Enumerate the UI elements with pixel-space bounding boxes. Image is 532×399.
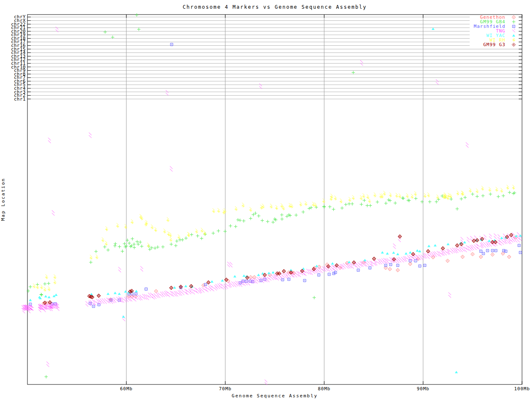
series-tng-markers (22, 27, 522, 385)
chart-canvas: Chromosome 4 Markers vs Genome Sequence … (0, 0, 532, 399)
legend-symbol-diamond-dot-bold-icon (510, 42, 518, 47)
series-marshfield-marker-fills (30, 44, 521, 307)
legend-item-gm99-g3: GM99 G3 (474, 42, 518, 47)
x-tick-label-90Mb: 90Mb (410, 387, 436, 392)
series-wi-rh-markers (32, 185, 515, 292)
series-gm99-gb4-markers (27, 13, 516, 379)
legend-symbol-triangle-icon (510, 33, 518, 38)
series-marshfield-markers (29, 43, 522, 308)
series-wi-yac-marker-fills (29, 27, 522, 373)
chromosome-label-chr1: chr1 (1, 97, 26, 101)
legend-symbol-plus-icon (510, 20, 518, 24)
x-tick-label-60Mb: 60Mb (113, 387, 140, 392)
x-tick-label-100Mb: 100Mb (509, 387, 532, 392)
legend-label: GM99 G3 (483, 42, 505, 47)
legend-symbol-asterisk-icon (510, 38, 518, 42)
x-tick-label-70Mb: 70Mb (212, 387, 239, 392)
legend-symbol-square-dot-icon (510, 24, 518, 29)
legend-symbol-diamond-dot-icon (510, 15, 518, 20)
series-genethon-markers (42, 236, 517, 305)
series-gm99-g3-markers (43, 234, 513, 305)
chart-title: Chromosome 4 Markers vs Genome Sequence … (27, 4, 522, 10)
legend-symbol-cross-icon (510, 29, 518, 33)
x-tick-label-80Mb: 80Mb (311, 387, 337, 392)
chart-legend: GenethonGM99 GB4MarshfieldTNGWI YACWI RH… (470, 15, 519, 47)
plot-area (0, 0, 532, 399)
y-axis-label: Map Location (0, 160, 6, 239)
x-axis-label: Genome Sequence Assembly (27, 393, 522, 399)
